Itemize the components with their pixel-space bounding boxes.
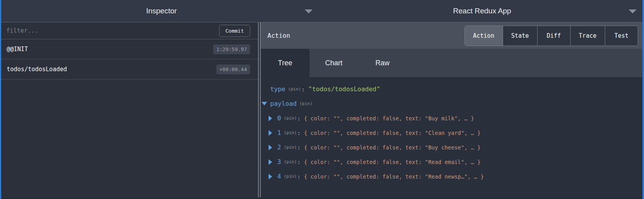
- collapse-arrow-icon: [262, 102, 267, 105]
- pin-link[interactable]: (pin): [284, 116, 297, 121]
- action-json-tree: type (pin) : "todos/todosLoaded" payload…: [261, 77, 642, 197]
- chevron-down-icon: [305, 9, 313, 13]
- json-string-value: "todos/todosLoaded": [308, 85, 380, 93]
- tree-row-item[interactable]: 0 (pin) : { color: "", completed: false,…: [261, 111, 642, 125]
- action-list-item[interactable]: @@INIT 1:29:59.97: [1, 39, 258, 59]
- subtab-chart[interactable]: Chart: [309, 49, 358, 77]
- json-object-preview: { color: "", completed: false, text: "Cl…: [304, 130, 481, 136]
- tab-action[interactable]: Action: [465, 26, 503, 46]
- subtab-raw[interactable]: Raw: [358, 49, 407, 77]
- action-timestamp: 1:29:59.97: [213, 44, 250, 54]
- monitor-select-label: Inspector: [146, 7, 177, 15]
- expand-arrow-icon: [269, 130, 272, 136]
- instance-select-label: React Redux App: [453, 7, 511, 15]
- monitor-select[interactable]: Inspector: [1, 0, 322, 22]
- json-index: 3: [277, 158, 281, 166]
- tab-diff[interactable]: Diff: [537, 26, 570, 46]
- colon: :: [297, 159, 300, 165]
- expander-slot: [269, 174, 277, 179]
- colon: :: [297, 130, 300, 136]
- pin-link[interactable]: (pin): [284, 145, 297, 150]
- json-object-preview: { color: "", completed: false, text: "Re…: [304, 159, 481, 165]
- expander-slot: [269, 130, 277, 136]
- pin-link[interactable]: (pin): [299, 101, 312, 106]
- action-name: @@INIT: [7, 46, 28, 53]
- json-key: payload: [270, 100, 296, 107]
- tab-test[interactable]: Test: [605, 26, 638, 46]
- expand-arrow-icon: [269, 145, 272, 150]
- instance-select[interactable]: React Redux App: [322, 0, 643, 22]
- pin-link[interactable]: (pin): [288, 87, 301, 92]
- panel-resize-handle[interactable]: [258, 22, 261, 197]
- chevron-down-icon: [629, 9, 637, 13]
- view-subtab-bar: Tree Chart Raw: [261, 49, 642, 77]
- window-bottom-edge: [1, 197, 642, 199]
- tree-row-item[interactable]: 2 (pin) : { color: "", completed: false,…: [261, 140, 642, 155]
- colon: :: [297, 173, 300, 180]
- expander-slot: [269, 159, 277, 165]
- json-index: 2: [277, 144, 281, 151]
- expand-arrow-icon: [269, 116, 272, 121]
- tab-state[interactable]: State: [503, 26, 537, 46]
- action-timestamp: +00:00.44: [216, 64, 250, 74]
- expander-slot: [262, 102, 270, 105]
- pin-link[interactable]: (pin): [284, 159, 297, 164]
- detail-tab-group: Action State Diff Trace Test: [465, 26, 639, 46]
- tree-row-item[interactable]: 1 (pin) : { color: "", completed: false,…: [261, 125, 642, 140]
- tree-row-item[interactable]: 4 (pin) : { color: "", completed: false,…: [261, 169, 642, 184]
- action-list-item[interactable]: todos/todosLoaded +00:00.44: [1, 59, 258, 79]
- devtools-header: Inspector React Redux App: [1, 0, 642, 22]
- json-key: type: [270, 85, 285, 93]
- json-index: 0: [277, 114, 281, 122]
- action-detail-panel: Action Action State Diff Trace Test Tree…: [261, 22, 642, 197]
- colon: :: [297, 115, 300, 122]
- subtab-tree[interactable]: Tree: [261, 49, 309, 77]
- json-index: 1: [277, 129, 281, 136]
- detail-header-bar: Action Action State Diff Trace Test: [261, 22, 642, 49]
- json-object-preview: { color: "", completed: false, text: "Bu…: [304, 115, 474, 122]
- json-object-preview: { color: "", completed: false, text: "Re…: [304, 173, 484, 180]
- tab-trace[interactable]: Trace: [570, 26, 605, 46]
- expand-arrow-icon: [269, 159, 272, 165]
- tree-row-type: type (pin) : "todos/todosLoaded": [261, 82, 642, 96]
- redux-devtools-window: Inspector React Redux App Commit @@INIT …: [0, 0, 644, 199]
- json-index: 4: [277, 173, 281, 180]
- filter-bar: Commit: [1, 22, 258, 39]
- detail-title: Action: [267, 32, 290, 39]
- colon: :: [297, 144, 300, 151]
- json-object-preview: { color: "", completed: false, text: "Bu…: [304, 144, 481, 151]
- colon: :: [302, 86, 305, 92]
- expander-slot: [269, 145, 277, 150]
- pin-link[interactable]: (pin): [284, 174, 297, 179]
- filter-input[interactable]: [6, 27, 219, 34]
- tree-row-item[interactable]: 3 (pin) : { color: "", completed: false,…: [261, 155, 642, 169]
- expand-arrow-icon: [269, 174, 272, 179]
- tree-row-payload[interactable]: payload (pin): [261, 96, 642, 111]
- commit-button[interactable]: Commit: [219, 25, 250, 37]
- expander-slot: [269, 116, 277, 121]
- pin-link[interactable]: (pin): [284, 130, 297, 135]
- action-list-panel: Commit @@INIT 1:29:59.97 todos/todosLoad…: [1, 22, 258, 197]
- action-name: todos/todosLoaded: [7, 66, 67, 73]
